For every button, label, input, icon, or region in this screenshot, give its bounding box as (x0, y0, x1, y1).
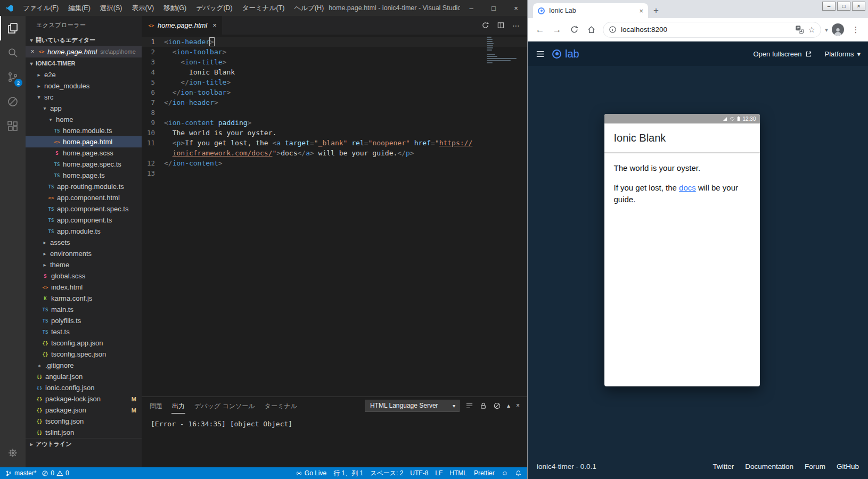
tree-item-global.scss[interactable]: Sglobal.scss (26, 270, 142, 282)
tree-item-assets[interactable]: ▸assets (26, 237, 142, 248)
panel-tab[interactable]: 出力 (171, 398, 185, 414)
eol[interactable]: LF (435, 469, 443, 477)
url-text[interactable]: localhost:8200 (621, 26, 667, 34)
debug-icon[interactable] (0, 89, 26, 114)
forward-icon[interactable]: → (549, 22, 565, 38)
outline-section-header[interactable]: ▸ アウトライン (26, 438, 142, 450)
gear-icon[interactable] (0, 441, 26, 465)
code-line[interactable]: 9<ion-content padding> (142, 118, 527, 128)
cursor-position[interactable]: 行 1、列 1 (333, 469, 363, 478)
tree-item-.gitignore[interactable]: ◆.gitignore (26, 360, 142, 371)
tree-item-app.component.html[interactable]: <>app.component.html (26, 192, 142, 203)
menu-item[interactable]: 選択(S) (95, 0, 127, 16)
tree-item-home.module.ts[interactable]: TShome.module.ts (26, 125, 142, 136)
minimize-button[interactable]: – (460, 0, 482, 16)
code-line[interactable]: 8 (142, 108, 527, 118)
code-line[interactable]: 7</ion-header> (142, 97, 527, 108)
git-branch-indicator[interactable]: master* (5, 469, 36, 477)
open-editor-item[interactable]: × <> home.page.html src\app\home (26, 46, 142, 57)
code-line[interactable]: 10 The world is your oyster. (142, 128, 527, 138)
split-editor-icon[interactable] (497, 21, 505, 29)
home-icon[interactable] (583, 22, 599, 38)
menu-item[interactable]: ファイル(F) (18, 0, 63, 16)
tree-item-app.module.ts[interactable]: TSapp.module.ts (26, 226, 142, 237)
extensions-icon[interactable] (0, 114, 26, 138)
tree-item-home.page.html[interactable]: <>home.page.html (26, 136, 142, 147)
tree-item-e2e[interactable]: ▸e2e (26, 69, 142, 80)
platforms-dropdown[interactable]: Platforms ▾ (825, 50, 861, 58)
close-panel-icon[interactable]: × (516, 402, 520, 409)
reload-icon[interactable] (566, 22, 582, 38)
tree-item-tsconfig.json[interactable]: {}tsconfig.json (26, 416, 142, 427)
tree-item-test.ts[interactable]: TStest.ts (26, 326, 142, 337)
close-button[interactable]: × (852, 2, 865, 11)
close-icon[interactable]: × (28, 48, 37, 55)
editor-tab[interactable]: <> home.page.html × (142, 16, 222, 35)
tree-item-app.component.spec.ts[interactable]: TSapp.component.spec.ts (26, 203, 142, 214)
open-fullscreen-button[interactable]: Open fullscreen (754, 50, 812, 58)
explorer-icon[interactable] (0, 16, 26, 40)
extension-icon[interactable]: ▾ (825, 26, 828, 34)
close-icon[interactable]: × (639, 7, 643, 15)
menu-item[interactable]: 移動(G) (159, 0, 191, 16)
menu-item[interactable]: ターミナル(T) (238, 0, 290, 16)
tree-item-environments[interactable]: ▸environments (26, 248, 142, 259)
tree-item-node_modules[interactable]: ▸node_modules (26, 80, 142, 92)
new-tab-button[interactable]: + (648, 3, 664, 18)
formatter[interactable]: Prettier (474, 469, 495, 477)
footer-link[interactable]: Forum (805, 463, 825, 470)
more-actions-icon[interactable]: ⋯ (512, 21, 520, 30)
tree-item-tsconfig.spec.json[interactable]: {}tsconfig.spec.json (26, 349, 142, 360)
word-wrap-icon[interactable] (465, 402, 473, 410)
minimap[interactable] (487, 37, 520, 65)
profile-avatar[interactable] (832, 23, 844, 36)
search-icon[interactable] (0, 40, 26, 65)
tree-item-package.json[interactable]: {}package.jsonM (26, 404, 142, 416)
clear-output-icon[interactable] (493, 402, 501, 410)
docs-link[interactable]: docs (679, 183, 696, 192)
footer-link[interactable]: Twitter (713, 463, 734, 470)
code-line[interactable]: 5 </ion-title> (142, 77, 527, 87)
panel-tab[interactable]: ターミナル (264, 398, 298, 414)
hamburger-menu-icon[interactable] (535, 49, 545, 59)
tree-item-app-routing.module.ts[interactable]: TSapp-routing.module.ts (26, 181, 142, 192)
tree-item-ionic.config.json[interactable]: {}ionic.config.json (26, 382, 142, 393)
menu-item[interactable]: ヘルプ(H) (289, 0, 329, 16)
code-line[interactable]: 6 </ion-toolbar> (142, 87, 527, 97)
go-live-button[interactable]: Go Live (296, 469, 326, 477)
tree-item-home.page.ts[interactable]: TShome.page.ts (26, 170, 142, 181)
tree-item-package-lock.json[interactable]: {}package-lock.jsonM (26, 393, 142, 404)
open-editors-section-header[interactable]: ▾ 開いているエディター (26, 34, 142, 46)
address-bar[interactable]: localhost:8200 ☆ (603, 22, 821, 38)
lock-icon[interactable] (479, 402, 487, 410)
bookmark-star-icon[interactable]: ☆ (808, 25, 815, 35)
kebab-menu-icon[interactable]: ⋮ (848, 22, 864, 38)
project-section-header[interactable]: ▾ IONIC4-TIMER (26, 57, 142, 69)
tree-item-home.page.scss[interactable]: Shome.page.scss (26, 147, 142, 159)
maximize-panel-icon[interactable]: ▴ (507, 402, 510, 409)
code-line[interactable]: 3 <ion-title> (142, 57, 527, 67)
tree-item-index.html[interactable]: <>index.html (26, 282, 142, 293)
maximize-button[interactable]: □ (482, 0, 505, 16)
menu-item[interactable]: 編集(E) (63, 0, 95, 16)
tree-item-home[interactable]: ▾home (26, 114, 142, 125)
sync-icon[interactable] (481, 21, 489, 29)
indentation[interactable]: スペース: 2 (370, 469, 403, 478)
problems-indicator[interactable]: 0 0 (42, 469, 69, 477)
tree-item-tslint.json[interactable]: {}tslint.json (26, 427, 142, 438)
output-channel-select[interactable]: HTML Language Server ▾ (365, 400, 460, 412)
translate-icon[interactable] (795, 25, 804, 34)
panel-tab[interactable]: デバッグ コンソール (194, 398, 256, 414)
footer-link[interactable]: Documentation (745, 463, 793, 470)
code-line[interactable]: 2 <ion-toolbar> (142, 47, 527, 57)
code-line[interactable]: 4 Ionic Blank (142, 67, 527, 77)
code-line[interactable]: 13 (142, 168, 527, 178)
code-line[interactable]: 1<ion-header> (142, 37, 527, 47)
panel-tab[interactable]: 問題 (149, 398, 163, 414)
code-line[interactable]: ionicframework.com/docs/">docs</a> will … (142, 148, 527, 158)
tree-item-karma.conf.js[interactable]: Kkarma.conf.js (26, 293, 142, 304)
tree-item-angular.json[interactable]: {}angular.json (26, 371, 142, 382)
browser-tab[interactable]: Ionic Lab × (533, 3, 648, 18)
menu-item[interactable]: 表示(V) (127, 0, 159, 16)
source-control-icon[interactable]: 2 (0, 65, 26, 89)
